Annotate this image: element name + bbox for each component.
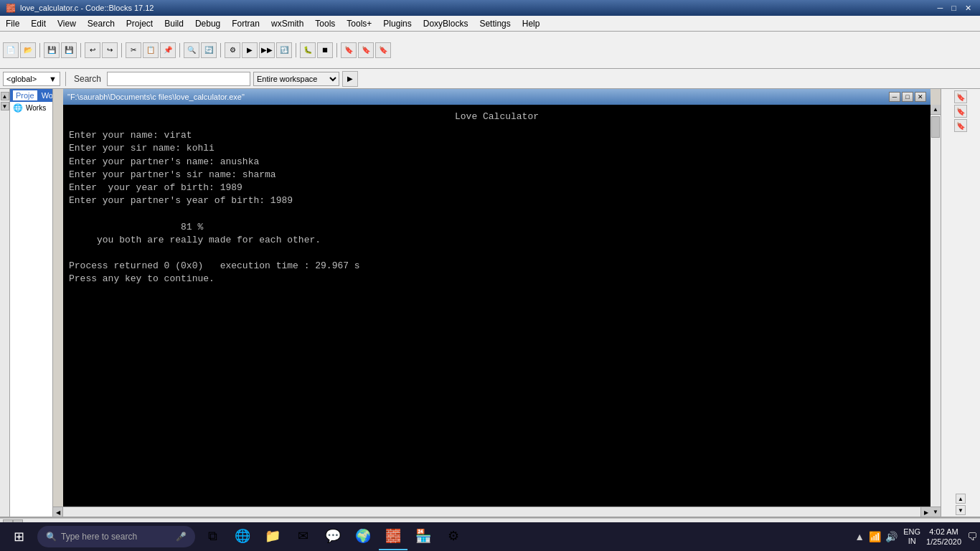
menu-doxyblocks[interactable]: DoxyBlocks bbox=[418, 16, 474, 31]
tray-network[interactable]: 📶 bbox=[869, 531, 881, 542]
chrome-icon: 🌍 bbox=[355, 528, 371, 544]
menu-build[interactable]: Build bbox=[159, 16, 189, 31]
tab-workspace[interactable]: Works bbox=[39, 90, 53, 100]
menu-wxsmith[interactable]: wxSmith bbox=[265, 16, 309, 31]
taskbar-app-store[interactable]: 🏪 bbox=[409, 523, 438, 550]
toolbar-bookmark1[interactable]: 🔖 bbox=[341, 42, 357, 58]
menu-tools-plus[interactable]: Tools+ bbox=[341, 16, 377, 31]
toolbar-undo-btn[interactable]: ↩ bbox=[85, 42, 100, 58]
side-nav-up[interactable]: ▲ bbox=[1, 92, 9, 100]
toolbar-copy-btn[interactable]: 📋 bbox=[143, 42, 159, 58]
app-titlebar: 🧱 love_calculator.c - Code::Blocks 17.12… bbox=[0, 0, 980, 16]
terminal-container: "F:\saurabh\Documents\c files\love_calcu… bbox=[53, 89, 941, 517]
terminal-vscroll-thumb[interactable] bbox=[931, 116, 940, 138]
taskbar-search-text: Type here to search bbox=[61, 532, 137, 542]
taskbar-app-edge[interactable]: 🌐 bbox=[228, 523, 257, 550]
menu-fortran[interactable]: Fortran bbox=[226, 16, 265, 31]
bk-btn2[interactable]: 🔖 bbox=[954, 105, 967, 118]
close-button[interactable]: ✕ bbox=[962, 4, 974, 13]
toolbar-bookmark3[interactable]: 🔖 bbox=[375, 42, 391, 58]
toolbar-new-btn[interactable]: 📄 bbox=[3, 42, 19, 58]
toolbar-save-btn[interactable]: 💾 bbox=[44, 42, 60, 58]
search-input[interactable] bbox=[107, 72, 250, 86]
taskbar-app-settings[interactable]: ⚙ bbox=[439, 523, 468, 550]
search-go-btn[interactable]: ▶ bbox=[342, 71, 358, 87]
toolbar-sep2 bbox=[80, 43, 81, 57]
right-scroll-down[interactable]: ▼ bbox=[956, 505, 966, 515]
menu-settings[interactable]: Settings bbox=[473, 16, 516, 31]
search-scope-combo[interactable]: Entire workspace Current project bbox=[253, 72, 339, 86]
titlebar-controls: ─ □ ✕ bbox=[935, 4, 974, 13]
terminal-hscroll-left[interactable]: ◀ bbox=[53, 507, 63, 517]
terminal-window: "F:\saurabh\Documents\c files\love_calcu… bbox=[63, 89, 930, 507]
menu-tools[interactable]: Tools bbox=[309, 16, 341, 31]
taskbar-app-explorer[interactable]: 📁 bbox=[258, 523, 287, 550]
taskbar-app-chrome[interactable]: 🌍 bbox=[349, 523, 377, 550]
terminal-maximize[interactable]: □ bbox=[902, 92, 913, 102]
toolbar-saveall-btn[interactable]: 💾 bbox=[61, 42, 77, 58]
lang-label: ENG bbox=[903, 527, 920, 537]
toolbar-cut-btn[interactable]: ✂ bbox=[126, 42, 141, 58]
terminal-body[interactable]: Love Calculator Enter your name: virat E… bbox=[63, 105, 930, 507]
bk-btn3[interactable]: 🔖 bbox=[954, 119, 967, 132]
main-layout: ▲ ▼ Proje Works 🌐 Works "F:\saurabh\Docu… bbox=[0, 89, 980, 517]
terminal-minimize[interactable]: ─ bbox=[889, 92, 900, 102]
menu-project[interactable]: Project bbox=[121, 16, 159, 31]
toolbar-sep4 bbox=[179, 43, 180, 57]
toolbar-buildrun-btn[interactable]: ▶▶ bbox=[259, 42, 275, 58]
terminal-vscroll-down[interactable]: ▼ bbox=[930, 507, 941, 517]
menu-debug[interactable]: Debug bbox=[189, 16, 226, 31]
taskbar: ⊞ 🔍 Type here to search 🎤 ⧉ 🌐 📁 ✉ 💬 🌍 🧱 … bbox=[0, 522, 980, 551]
start-button[interactable]: ⊞ bbox=[3, 526, 34, 547]
taskbar-app-codeblocks[interactable]: 🧱 bbox=[379, 523, 407, 550]
taskbar-search-box[interactable]: 🔍 Type here to search 🎤 bbox=[37, 526, 195, 547]
terminal-vscroll-up[interactable]: ▲ bbox=[930, 105, 941, 115]
taskbar-app-taskview[interactable]: ⧉ bbox=[198, 523, 227, 550]
tray-up-arrow[interactable]: ▲ bbox=[854, 531, 864, 542]
terminal-close[interactable]: ✕ bbox=[915, 92, 926, 102]
toolbar-build-btn[interactable]: ⚙ bbox=[225, 42, 240, 58]
tab-project[interactable]: Proje bbox=[13, 90, 37, 100]
taskbar-app-mail[interactable]: ✉ bbox=[288, 523, 317, 550]
toolbar-sep1 bbox=[39, 43, 40, 57]
minimize-button[interactable]: ─ bbox=[935, 4, 946, 13]
right-scroll-up[interactable]: ▲ bbox=[956, 494, 966, 504]
menu-edit[interactable]: Edit bbox=[25, 16, 52, 31]
toolbar-sep6 bbox=[296, 43, 296, 57]
toolbar-open-btn[interactable]: 📂 bbox=[20, 42, 36, 58]
toolbar-run-btn[interactable]: ▶ bbox=[242, 42, 258, 58]
terminal-program-title: Love Calculator bbox=[69, 110, 925, 123]
taskbar-lang[interactable]: ENG IN bbox=[903, 527, 920, 546]
project-panel-header: Proje Works bbox=[10, 89, 52, 102]
menu-help[interactable]: Help bbox=[517, 16, 546, 31]
project-workspace-item[interactable]: 🌐 Works bbox=[10, 102, 52, 114]
toolbar-redo-btn[interactable]: ↪ bbox=[102, 42, 118, 58]
taskbar-app-chat[interactable]: 💬 bbox=[319, 523, 347, 550]
action-center-icon[interactable]: 🗨 bbox=[967, 531, 977, 542]
menu-view[interactable]: View bbox=[52, 16, 82, 31]
search-sep bbox=[65, 72, 66, 86]
menu-file[interactable]: File bbox=[0, 16, 25, 31]
global-dropdown[interactable]: <global> ▼ bbox=[3, 72, 60, 86]
menu-plugins[interactable]: Plugins bbox=[377, 16, 417, 31]
toolbar-stop-btn[interactable]: ⏹ bbox=[317, 42, 333, 58]
toolbar-find-btn[interactable]: 🔍 bbox=[184, 42, 199, 58]
terminal-hscroll-right[interactable]: ▶ bbox=[920, 507, 930, 517]
toolbar-debug-btn[interactable]: 🐛 bbox=[300, 42, 316, 58]
toolbar-rebuild-btn[interactable]: 🔃 bbox=[276, 42, 292, 58]
bk-btn1[interactable]: 🔖 bbox=[954, 90, 967, 103]
side-narrow-panel: ▲ ▼ bbox=[0, 89, 10, 517]
toolbar-replace-btn[interactable]: 🔄 bbox=[201, 42, 217, 58]
toolbar-area: 📄 📂 💾 💾 ↩ ↪ ✂ 📋 📌 🔍 🔄 ⚙ ▶ ▶▶ 🔃 🐛 ⏹ 🔖 🔖 🔖 bbox=[0, 32, 980, 69]
codeblocks-icon: 🧱 bbox=[385, 528, 401, 544]
terminal-vscroll-track bbox=[930, 115, 941, 507]
terminal-controls: ─ □ ✕ bbox=[889, 92, 926, 102]
tray-volume[interactable]: 🔊 bbox=[885, 531, 897, 542]
toolbar-bookmark2[interactable]: 🔖 bbox=[358, 42, 374, 58]
taskbar-clock[interactable]: 4:02 AM 1/25/2020 bbox=[926, 527, 961, 547]
taskview-icon: ⧉ bbox=[208, 529, 217, 544]
menu-search[interactable]: Search bbox=[82, 16, 121, 31]
maximize-button[interactable]: □ bbox=[948, 4, 959, 13]
side-nav-down[interactable]: ▼ bbox=[1, 102, 9, 110]
toolbar-paste-btn[interactable]: 📌 bbox=[160, 42, 176, 58]
